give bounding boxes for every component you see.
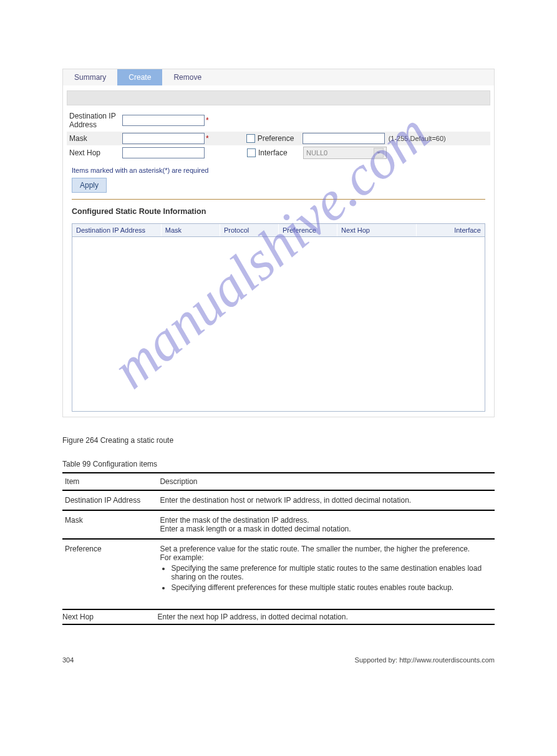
- form-header-bar: [67, 90, 490, 105]
- section-title: Configured Static Route Information: [67, 205, 490, 220]
- page-number: 304: [62, 656, 74, 664]
- footer-support: Supported by: http://www.routerdiscounts…: [355, 656, 495, 664]
- preference-label: Preference: [258, 134, 294, 143]
- tab-create[interactable]: Create: [117, 69, 162, 85]
- col-dest[interactable]: Destination IP Address: [72, 224, 162, 236]
- interface-select[interactable]: NULL0: [303, 147, 387, 159]
- figure-caption: Figure 264 Creating a static route: [62, 436, 495, 445]
- table-caption: Table 99 Configuration items: [62, 460, 495, 468]
- table-body-empty: [72, 237, 485, 410]
- tab-remove[interactable]: Remove: [162, 69, 213, 85]
- preference-input[interactable]: [303, 133, 385, 144]
- spec-item: Next Hop: [62, 609, 157, 624]
- spec-header-desc: Description: [157, 473, 495, 490]
- tab-bar: Summary Create Remove: [63, 69, 494, 85]
- static-routes-table: Destination IP Address Mask Protocol Pre…: [72, 223, 485, 412]
- dest-ip-input[interactable]: [122, 115, 205, 126]
- interface-checkbox[interactable]: [247, 148, 256, 157]
- mask-label: Mask: [67, 133, 122, 144]
- tab-summary[interactable]: Summary: [63, 69, 117, 85]
- nexthop-input[interactable]: [122, 147, 205, 158]
- spec-item: Mask: [62, 510, 157, 539]
- col-preference[interactable]: Preference: [279, 224, 337, 236]
- apply-button[interactable]: Apply: [72, 178, 107, 193]
- col-protocol[interactable]: Protocol: [220, 224, 279, 236]
- chevron-down-icon: [374, 148, 384, 158]
- required-star: *: [206, 134, 209, 143]
- mask-input[interactable]: [122, 133, 205, 144]
- dest-ip-label: Destination IP Address: [67, 110, 122, 130]
- spec-bullet: Specifying different preferences for the…: [171, 583, 492, 592]
- spec-bullet: Specifying the same preference for multi…: [171, 564, 492, 581]
- required-note: Items marked with an asterisk(*) are req…: [67, 160, 490, 178]
- col-nexthop[interactable]: Next Hop: [337, 224, 417, 236]
- static-route-panel: Summary Create Remove Destination IP Add…: [62, 69, 495, 417]
- required-star: *: [206, 116, 209, 125]
- interface-label: Interface: [258, 148, 288, 157]
- col-mask[interactable]: Mask: [162, 224, 220, 236]
- spec-desc: Enter the next hop IP address, in dotted…: [157, 609, 495, 624]
- spec-desc: Set a preference value for the static ro…: [157, 539, 495, 609]
- interface-value: NULL0: [306, 149, 327, 157]
- preference-checkbox[interactable]: [246, 134, 255, 143]
- spec-desc: Enter the mask of the destination IP add…: [157, 510, 495, 539]
- col-interface[interactable]: Interface: [417, 224, 485, 236]
- spec-desc: Enter the destination host or network IP…: [157, 490, 495, 510]
- spec-item: Preference: [62, 539, 157, 609]
- preference-hint: (1-255,Default=60): [389, 135, 446, 142]
- config-items-table: Item Description Destination IP Address …: [62, 472, 495, 625]
- spec-header-item: Item: [62, 473, 157, 490]
- spec-item: Destination IP Address: [62, 490, 157, 510]
- nexthop-label: Next Hop: [67, 147, 122, 158]
